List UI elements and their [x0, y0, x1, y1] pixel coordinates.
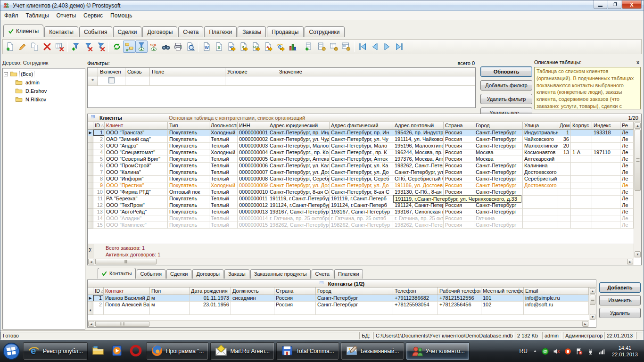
language-indicator[interactable]: RU	[518, 348, 529, 354]
toolbar-add-filter-button[interactable]	[70, 41, 82, 53]
tree-item-N.Ritikov[interactable]: N.Ritikov	[4, 95, 84, 104]
tree-item-admin[interactable]: admin	[4, 78, 84, 87]
collapse-icon[interactable]: −	[4, 72, 8, 76]
sub-tab-Платежи[interactable]: Платежи	[334, 269, 363, 279]
main-tab-Продавцы[interactable]: Продавцы	[267, 26, 303, 37]
scroll-up-icon[interactable]: ▲	[590, 288, 595, 294]
clients-col-Город[interactable]: Город	[474, 122, 523, 130]
contacts-col-Город[interactable]: Город	[316, 288, 393, 295]
contacts-hscrollbar[interactable]: ◄ ►	[88, 320, 589, 327]
mailru-agent-icon[interactable]: @	[541, 347, 549, 355]
clients-row-15[interactable]: 15ООО "Комплекс"ПокупательТеплый00000000…	[88, 222, 634, 229]
clients-row-10[interactable]: 10ООО "Фирма РТД"Оптовый покТеплый000000…	[88, 189, 634, 196]
filter-new-row[interactable]: *	[88, 76, 475, 86]
taskbar-ie-button[interactable]: eРеестр опубл...	[23, 342, 88, 360]
toolbar-grid-settings-button[interactable]	[328, 41, 340, 53]
clients-col-Лояльность[interactable]: Лояльность	[209, 122, 238, 130]
clients-row-13[interactable]: 13ООО "АвтоРейд"ПокупательТеплый00000000…	[88, 209, 634, 215]
contacts-col-Пол[interactable]: Пол	[150, 288, 190, 295]
hscroll-thumb[interactable]	[95, 321, 149, 327]
contacts-col-Email[interactable]: Email	[524, 288, 589, 295]
toolbar-export-word-button[interactable]: W	[201, 41, 213, 53]
clients-row-8[interactable]: 8ООО "Информ"ПокупательТеплый0000000008С…	[88, 176, 634, 182]
menu-Файл[interactable]: Файл	[0, 11, 22, 20]
main-tab-Контакты[interactable]: Контакты	[44, 26, 78, 37]
clients-col-Страна[interactable]: Страна	[444, 122, 474, 130]
taskbar-firefox-button[interactable]: Программа "...	[146, 342, 208, 360]
sub-tab-Сделки[interactable]: Сделки	[166, 269, 192, 279]
toolbar-delete-record-button[interactable]	[41, 41, 53, 53]
clients-col-Адрес юридический[interactable]: Адрес юридический	[268, 122, 330, 130]
filter-button-Удалить фильтр[interactable]: Удалить фильтр	[480, 94, 532, 104]
taskbar-totalcmd-button[interactable]: Total Comma...	[276, 342, 339, 360]
action-button-Добавить[interactable]: Добавить	[599, 282, 641, 293]
toolbar-toggle-tree-button[interactable]	[123, 41, 135, 53]
action-center-icon[interactable]	[575, 347, 583, 355]
clients-col-Индекс[interactable]: Индекс	[592, 122, 620, 130]
taskbar-app-button[interactable]: Учет клиенто...	[406, 342, 470, 360]
clients-col-Тип[interactable]: Тип	[168, 122, 209, 130]
tree-item-D.Ershov[interactable]: D.Ershov	[4, 87, 84, 95]
vscroll-thumb[interactable]	[635, 130, 641, 191]
toolbar-export-csv-button[interactable]: CSV	[250, 41, 262, 53]
scroll-down-icon[interactable]: ▼	[635, 251, 641, 257]
filter-col-Значение[interactable]: Значение	[277, 68, 475, 76]
toolbar-search-button[interactable]	[160, 41, 172, 53]
hscroll-thumb[interactable]	[95, 259, 157, 264]
scroll-right-icon[interactable]: ►	[582, 321, 588, 327]
toolbar-template-excel-button[interactable]: X	[238, 41, 250, 53]
contacts-new-row[interactable]: *	[88, 308, 589, 315]
clients-col-ИНН[interactable]: ИНН	[238, 122, 268, 130]
clients-col-Дом[interactable]: Дом	[558, 122, 571, 130]
scroll-right-icon[interactable]: ►	[627, 259, 633, 264]
filter-button-Добавить фильтр[interactable]: Добавить фильтр	[480, 80, 532, 90]
clients-col-Улица[interactable]: Улица	[523, 122, 558, 130]
main-tab-Счета[interactable]: Счета	[178, 26, 203, 37]
taskbar-wmp-button[interactable]	[108, 342, 125, 360]
main-tab-События[interactable]: События	[79, 26, 112, 37]
clients-col-ID[interactable]: ID△	[93, 122, 105, 130]
main-tab-Платежи[interactable]: Платежи	[204, 26, 237, 37]
toolbar-form-settings-button[interactable]	[340, 41, 352, 53]
toolbar-export-html-button[interactable]: e	[274, 41, 287, 53]
action-button-Изменить[interactable]: Изменить	[599, 295, 641, 305]
restore-button[interactable]	[608, 0, 621, 9]
action-button-Удалить[interactable]: Удалить	[599, 308, 641, 318]
toolbar-nav-first-button[interactable]	[356, 41, 369, 53]
filter-col-Связь[interactable]: Связь	[125, 68, 150, 76]
filter-col-Включен[interactable]: Включен	[98, 68, 125, 76]
start-button[interactable]	[1, 341, 21, 361]
filter-button-Обновить[interactable]: Обновить	[480, 66, 532, 77]
main-tab-Сотрудники[interactable]: Сотрудники	[305, 26, 345, 37]
clients-row-6[interactable]: 6ООО "ПромСтрой"ПокупательТеплый00000000…	[88, 163, 634, 169]
toolbar-refresh-button[interactable]	[111, 41, 123, 53]
close-description-icon[interactable]: x	[635, 60, 641, 65]
contacts-col-Телефон[interactable]: Телефон	[393, 288, 438, 295]
clients-col-Адрес почтовый[interactable]: Адрес почтовый	[393, 122, 444, 130]
main-tab-Клиенты[interactable]: Клиенты	[3, 25, 43, 37]
taskbar-clock[interactable]: 14:4122.01.2013	[609, 345, 641, 358]
toolbar-nav-next-button[interactable]	[381, 41, 393, 53]
contacts-col-Рабочий телефон[interactable]: Рабочий телефон	[438, 288, 481, 295]
contacts-row-2[interactable]: 2Попов Алексей Валм23.01.1956РоссияСанкт…	[88, 302, 589, 308]
taskbar-opera-button[interactable]	[127, 342, 144, 360]
clients-vscrollbar[interactable]: ▲ ▼	[634, 122, 641, 258]
contacts-vscrollbar[interactable]: ▲ ▼	[589, 288, 596, 320]
filter-enabled-checkbox[interactable]	[108, 77, 115, 83]
sub-tab-Контакты[interactable]: Контакты	[98, 268, 136, 279]
clients-row-7[interactable]: 7ООО "Калина"ПокупательТеплый0000000007С…	[88, 169, 634, 176]
contacts-col-ID[interactable]: ID△	[93, 288, 104, 295]
clients-row-4[interactable]: 4ООО "Спецавтомат"ПокупательХолодный0000…	[88, 149, 634, 156]
clients-col-Клиент[interactable]: Клиент	[105, 122, 168, 130]
clients-row-1[interactable]: ▶1ООО "Трансгаз"ПокупательХолодный000000…	[88, 130, 634, 136]
sub-tab-Счета[interactable]: Счета	[312, 269, 333, 279]
network-signal-icon[interactable]	[598, 347, 606, 355]
toolbar-export-txt-button[interactable]: A	[262, 41, 274, 53]
clients-row-9[interactable]: 9ООО "Престиж"ПокупательХолодный00000000…	[88, 182, 634, 189]
volume-muted-icon[interactable]	[553, 347, 561, 355]
toolbar-chart-button[interactable]	[287, 41, 299, 53]
toolbar-nav-prev-button[interactable]	[369, 41, 381, 53]
menu-Помощь[interactable]: Помощь	[107, 11, 136, 20]
toolbar-clear-filters-button[interactable]	[94, 41, 107, 53]
main-tab-Сделки[interactable]: Сделки	[113, 26, 142, 37]
